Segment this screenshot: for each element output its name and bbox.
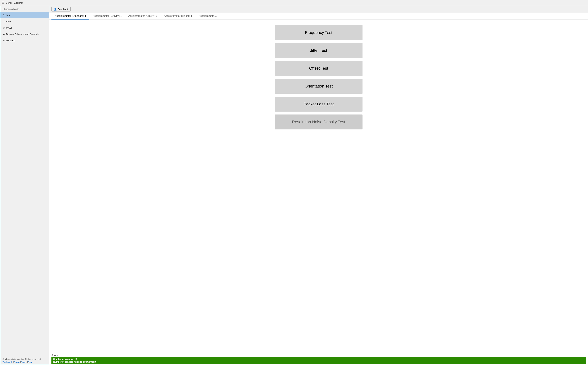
sidebar-item-test[interactable]: 1) Test xyxy=(0,12,49,18)
tab-acc-lin-1[interactable]: Accelerometer (Linear) 1 xyxy=(161,13,195,20)
sidebar-item-malt[interactable]: 3) MALT xyxy=(0,25,49,31)
sidebar-item-view[interactable]: 2) View xyxy=(0,18,49,25)
frequency-test-button[interactable]: Frequency Test xyxy=(275,25,363,40)
copyright-text: © Microsoft Corporation. All rights rese… xyxy=(3,358,47,360)
app-body: Choose a Mode 1) Test 2) View 3) MALT 4)… xyxy=(0,6,588,365)
feedback-icon: 👤 xyxy=(54,8,57,11)
packet-loss-test-button[interactable]: Packet Loss Test xyxy=(275,97,363,112)
sidebar: Choose a Mode 1) Test 2) View 3) MALT 4)… xyxy=(0,6,49,365)
jitter-test-button[interactable]: Jitter Test xyxy=(275,43,363,58)
tab-acc-grav-1[interactable]: Accelerometer (Gravity) 1 xyxy=(89,13,125,20)
sidebar-header: Choose a Mode xyxy=(0,6,49,12)
status-content: Number of sensors: 19 Number of sensors … xyxy=(51,357,586,364)
toolbar: 👤 Feedback xyxy=(49,6,588,13)
resolution-noise-density-test-button[interactable]: Resolution Noise Density Test xyxy=(275,114,363,129)
footer-links: Trademarks|Privacy|Source|Blog xyxy=(3,361,47,363)
privacy-link[interactable]: Privacy xyxy=(14,361,20,363)
sidebar-footer: © Microsoft Corporation. All rights rese… xyxy=(0,357,49,365)
status-line1: Number of sensors: 19 xyxy=(53,358,584,361)
main-content: Frequency Test Jitter Test Offset Test O… xyxy=(49,20,588,353)
source-link[interactable]: Source xyxy=(21,361,27,363)
test-buttons-container: Frequency Test Jitter Test Offset Test O… xyxy=(275,25,363,129)
status-line2: Number of sensors failed to enumerate: 0 xyxy=(53,361,584,363)
status-label: Status: xyxy=(51,354,586,357)
tab-acc-grav-2[interactable]: Accelerometer (Gravity) 2 xyxy=(125,13,161,20)
app-title: Sensor Explorer xyxy=(6,1,23,4)
feedback-button[interactable]: 👤 Feedback xyxy=(51,7,71,12)
trademarks-link[interactable]: Trademarks xyxy=(3,361,13,363)
tab-acc-std-1[interactable]: Accelerometer (Standard) 1 xyxy=(51,13,89,20)
hamburger-icon[interactable]: ☰ xyxy=(1,1,4,5)
offset-test-button[interactable]: Offset Test xyxy=(275,61,363,76)
tabs-bar: Accelerometer (Standard) 1 Accelerometer… xyxy=(49,13,588,20)
content-area: 👤 Feedback Accelerometer (Standard) 1 Ac… xyxy=(49,6,588,365)
sidebar-item-distance[interactable]: 5) Distance xyxy=(0,37,49,44)
status-bar: Status: Number of sensors: 19 Number of … xyxy=(49,353,588,365)
tab-acc-more[interactable]: Acceleromete… xyxy=(195,13,220,20)
orientation-test-button[interactable]: Orientation Test xyxy=(275,79,363,94)
feedback-label: Feedback xyxy=(58,8,68,11)
blog-link[interactable]: Blog xyxy=(28,361,32,363)
sidebar-item-display-enhancement[interactable]: 4) Display Enhancement Override xyxy=(0,31,49,37)
title-bar: ☰ Sensor Explorer xyxy=(0,0,588,6)
